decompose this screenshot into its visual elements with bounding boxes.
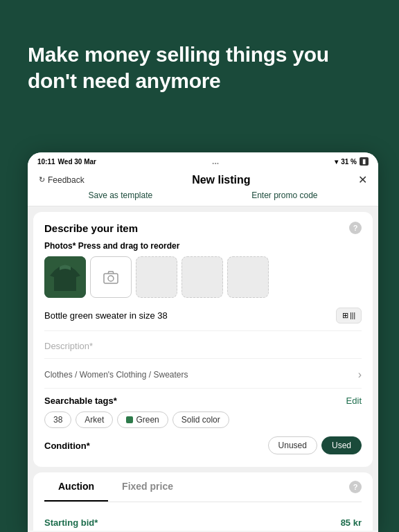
photos-label: Photos* Press and drag to reorder bbox=[44, 241, 362, 251]
barcode-button[interactable]: ⊞ ||| bbox=[336, 308, 362, 323]
description-field[interactable]: Description* bbox=[44, 338, 362, 359]
starting-bid-value[interactable]: 85 kr bbox=[341, 517, 362, 528]
category-row[interactable]: Clothes / Women's Clothing / Sweaters › bbox=[44, 366, 362, 389]
signal-text: 31 % bbox=[341, 158, 357, 166]
hero-section: Make money selling things you don't need… bbox=[28, 42, 371, 94]
category-text: Clothes / Women's Clothing / Sweaters bbox=[44, 370, 188, 380]
status-right: ▾ 31 % ▮ bbox=[335, 157, 369, 166]
condition-row: Condition* Unused Used bbox=[44, 436, 362, 454]
photos-row bbox=[44, 256, 362, 298]
item-title-text: Bottle green sweater in size 38 bbox=[44, 310, 168, 321]
condition-unused-button[interactable]: Unused bbox=[268, 436, 317, 454]
page-title: New listing bbox=[192, 174, 250, 186]
condition-label: Condition* bbox=[44, 441, 90, 451]
tags-label: Searchable tags* bbox=[44, 396, 117, 406]
barcode-label: ||| bbox=[350, 312, 355, 319]
status-bar: 10:11 Wed 30 Mar ... ▾ 31 % ▮ bbox=[28, 152, 378, 170]
nav-actions: Save as template Enter promo code bbox=[39, 190, 367, 200]
svg-rect-1 bbox=[104, 274, 118, 283]
hero-title: Make money selling things you don't need… bbox=[28, 42, 371, 94]
status-time: 10:11 bbox=[37, 158, 55, 166]
save-template-button[interactable]: Save as template bbox=[88, 190, 152, 200]
tags-row: Searchable tags* Edit bbox=[44, 396, 362, 406]
svg-point-2 bbox=[108, 276, 114, 281]
tags-chips: 38 Arket Green Solid color bbox=[44, 411, 362, 428]
starting-bid-label: Starting bid* bbox=[44, 517, 98, 528]
pricing-help-icon[interactable]: ? bbox=[349, 481, 362, 493]
color-dot bbox=[126, 416, 133, 423]
status-left: 10:11 Wed 30 Mar bbox=[37, 158, 96, 166]
refresh-icon: ↻ bbox=[39, 175, 45, 184]
photo-item-3[interactable] bbox=[136, 256, 177, 298]
close-button[interactable]: ✕ bbox=[358, 173, 367, 186]
photos-drag-text: Press and drag to reorder bbox=[76, 241, 179, 251]
pricing-tabs-row: Auction Fixed price ? bbox=[44, 472, 362, 502]
sweater-image bbox=[44, 256, 86, 298]
pricing-tabs: Auction Fixed price bbox=[44, 472, 187, 502]
feedback-button[interactable]: ↻ Feedback bbox=[39, 175, 85, 185]
describe-card: Describe your item ? Photos* Press and d… bbox=[33, 212, 373, 467]
barcode-icon: ⊞ bbox=[342, 311, 348, 320]
section-title-text: Describe your item bbox=[44, 222, 138, 234]
battery-icon: ▮ bbox=[360, 157, 369, 166]
description-placeholder: Description* bbox=[44, 341, 93, 351]
promo-code-button[interactable]: Enter promo code bbox=[251, 190, 317, 200]
feedback-label: Feedback bbox=[48, 175, 85, 185]
item-title-row: Bottle green sweater in size 38 ⊞ ||| bbox=[44, 308, 362, 331]
content-area: Describe your item ? Photos* Press and d… bbox=[28, 206, 378, 531]
condition-used-button[interactable]: Used bbox=[321, 436, 362, 454]
tag-chip-3[interactable]: Green bbox=[117, 411, 168, 428]
pricing-card: Auction Fixed price ? Starting bid* 85 k… bbox=[33, 472, 373, 531]
edit-tags-button[interactable]: Edit bbox=[346, 396, 362, 406]
status-date: Wed 30 Mar bbox=[58, 158, 96, 166]
photo-item-1[interactable] bbox=[44, 256, 86, 298]
tab-fixed-price[interactable]: Fixed price bbox=[108, 472, 187, 502]
photo-item-camera[interactable] bbox=[90, 256, 132, 298]
tag-chip-4[interactable]: Solid color bbox=[172, 411, 229, 428]
tag-chip-2[interactable]: Arket bbox=[76, 411, 113, 428]
wifi-icon: ▾ bbox=[335, 158, 338, 166]
nav-bar: ↻ Feedback New listing ✕ Save as templat… bbox=[28, 170, 378, 206]
status-dots: ... bbox=[212, 157, 219, 166]
help-icon[interactable]: ? bbox=[349, 222, 362, 234]
photo-item-4[interactable] bbox=[181, 256, 223, 298]
tab-auction[interactable]: Auction bbox=[44, 472, 108, 502]
camera-icon bbox=[103, 269, 119, 285]
condition-buttons: Unused Used bbox=[268, 436, 362, 454]
photos-label-bold: Photos* bbox=[44, 241, 76, 251]
section-title-row: Describe your item ? bbox=[44, 222, 362, 234]
starting-bid-row: Starting bid* 85 kr bbox=[44, 511, 362, 531]
tag-chip-1[interactable]: 38 bbox=[44, 411, 71, 428]
phone-frame: 10:11 Wed 30 Mar ... ▾ 31 % ▮ ↻ Feedback… bbox=[28, 152, 378, 532]
nav-top: ↻ Feedback New listing ✕ bbox=[39, 173, 367, 186]
category-arrow-icon: › bbox=[358, 369, 362, 381]
photo-item-5[interactable] bbox=[227, 256, 269, 298]
